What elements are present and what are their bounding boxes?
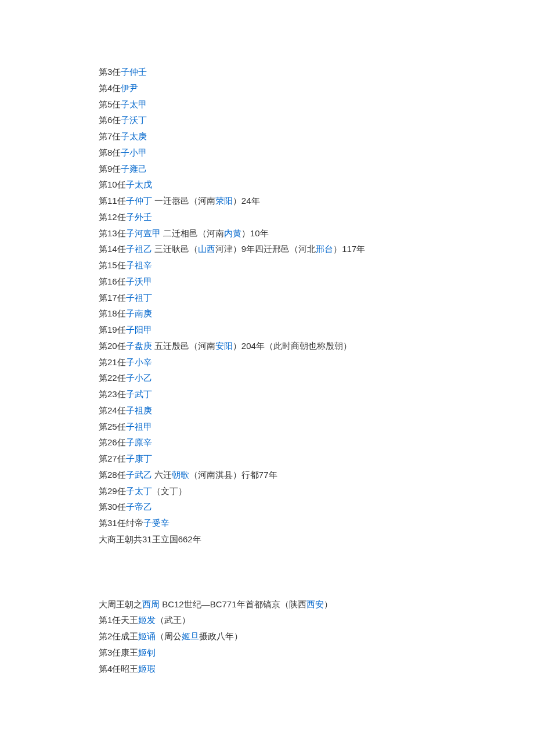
shang-row-24-prefix: 第27任 (99, 453, 126, 463)
shang-row-7: 第10任子太戊 (99, 177, 435, 193)
shang-row-2-prefix: 第5任 (99, 99, 121, 109)
shang-row-23-link[interactable]: 子廪辛 (126, 437, 152, 447)
zhou-row-0-link[interactable]: 姬发 (138, 615, 156, 625)
shang-row-21: 第24任子祖庚 (99, 402, 435, 419)
shang-row-28: 第31任纣帝子受辛 (99, 515, 435, 531)
shang-row-24: 第27任子康丁 (99, 451, 435, 467)
shang-row-13-prefix: 第16任 (99, 276, 126, 286)
zhou-header-post: ） (324, 599, 333, 609)
shang-row-26-link[interactable]: 子太丁 (126, 486, 152, 496)
shang-row-26: 第29任子太丁（文丁） (99, 483, 435, 499)
shang-row-13-link[interactable]: 子沃甲 (126, 276, 152, 286)
zhou-row-0-prefix: 第1任天王 (99, 615, 138, 625)
shang-row-11-part-text-2: 河津）9年四迁邢邑（河北 (215, 244, 316, 254)
shang-row-5-prefix: 第8任 (99, 147, 121, 157)
shang-row-1-prefix: 第4任 (99, 83, 121, 93)
zhou-row-3-prefix: 第4任昭王 (99, 664, 138, 674)
shang-row-27-link[interactable]: 子帝乙 (126, 502, 152, 512)
shang-row-11: 第14任子祖乙 三迁耿邑（山西河津）9年四迁邢邑（河北邢台）117年 (99, 241, 435, 257)
shang-row-17-link[interactable]: 子盘庚 (126, 341, 152, 351)
shang-row-10: 第13任子河亶甲 二迁相邑（河南内黄）10年 (99, 225, 435, 242)
shang-row-5-link[interactable]: 子小甲 (121, 147, 147, 157)
shang-row-27-prefix: 第30任 (99, 502, 126, 512)
zhou-header-link-1[interactable]: 西周 (142, 599, 160, 609)
shang-row-3-link[interactable]: 子沃丁 (121, 115, 147, 125)
shang-row-8-part-text-2: ）24年 (233, 196, 260, 206)
shang-row-7-link[interactable]: 子太戊 (126, 179, 152, 189)
shang-row-0: 第3任子仲壬 (99, 64, 435, 80)
shang-row-24-link[interactable]: 子康丁 (126, 453, 152, 463)
shang-row-6-prefix: 第9任 (99, 164, 121, 174)
zhou-header-mid: BC12世纪—BC771年首都镐京（陕西 (160, 599, 306, 609)
shang-row-3: 第6任子沃丁 (99, 112, 435, 128)
shang-summary: 大商王朝共31王立国662年 (99, 531, 435, 548)
shang-row-2-link[interactable]: 子太甲 (121, 99, 147, 109)
shang-row-22: 第25任子祖甲 (99, 419, 435, 435)
zhou-row-0: 第1任天王姬发（武王） (99, 612, 435, 628)
zhou-header-link-2[interactable]: 西安 (306, 599, 324, 609)
shang-row-28-link[interactable]: 子受辛 (143, 518, 169, 528)
shang-row-2: 第5任子太甲 (99, 96, 435, 113)
shang-row-4-link[interactable]: 子太庚 (121, 131, 147, 141)
zhou-row-3-link[interactable]: 姬瑕 (138, 664, 156, 674)
zhou-row-1-part-text-0: （周公 (156, 631, 182, 641)
shang-row-21-prefix: 第24任 (99, 405, 126, 415)
shang-row-9-link[interactable]: 子外壬 (126, 212, 152, 222)
shang-row-10-link[interactable]: 子河亶甲 (126, 228, 161, 238)
shang-row-25: 第28任子武乙 六迁朝歌（河南淇县）行都77年 (99, 467, 435, 483)
shang-row-10-part-link-1[interactable]: 内黄 (224, 228, 241, 238)
shang-row-16: 第19任子阳甲 (99, 322, 435, 338)
shang-row-6-link[interactable]: 子雍己 (121, 164, 147, 174)
shang-row-16-link[interactable]: 子阳甲 (126, 325, 152, 334)
shang-row-17-part-text-2: ）204年（此时商朝也称殷朝） (233, 341, 352, 351)
shang-row-0-prefix: 第3任 (99, 67, 121, 77)
shang-row-18: 第21任子小辛 (99, 354, 435, 370)
shang-row-9: 第12任子外壬 (99, 209, 435, 225)
shang-row-25-part-link-1[interactable]: 朝歌 (172, 470, 189, 480)
shang-row-18-link[interactable]: 子小辛 (126, 357, 152, 367)
zhou-row-1-link[interactable]: 姬诵 (138, 631, 156, 641)
shang-row-21-link[interactable]: 子祖庚 (126, 405, 152, 415)
shang-row-19-link[interactable]: 子小乙 (126, 373, 152, 383)
shang-row-4: 第7任子太庚 (99, 128, 435, 145)
shang-row-8-part-link-1[interactable]: 荥阳 (215, 196, 233, 206)
zhou-row-1-part-link-1[interactable]: 姬旦 (182, 631, 199, 641)
shang-row-11-part-text-0: 三迁耿邑（ (152, 244, 198, 254)
shang-row-8-part-text-0: 一迁嚣邑（河南 (152, 196, 215, 206)
shang-row-19-prefix: 第22任 (99, 373, 126, 383)
shang-row-15-link[interactable]: 子南庚 (126, 308, 152, 318)
shang-row-18-prefix: 第21任 (99, 357, 126, 367)
shang-row-0-link[interactable]: 子仲壬 (121, 67, 147, 77)
shang-row-11-part-link-3[interactable]: 邢台 (316, 244, 333, 254)
shang-row-7-prefix: 第10任 (99, 179, 126, 189)
shang-row-23-prefix: 第26任 (99, 437, 126, 447)
shang-row-11-part-link-1[interactable]: 山西 (198, 244, 215, 254)
shang-row-27: 第30任子帝乙 (99, 499, 435, 515)
shang-row-4-prefix: 第7任 (99, 131, 121, 141)
shang-row-11-prefix: 第14任 (99, 244, 126, 254)
shang-row-11-link[interactable]: 子祖乙 (126, 244, 152, 254)
shang-row-22-prefix: 第25任 (99, 422, 126, 431)
shang-row-25-link[interactable]: 子武乙 (126, 470, 152, 480)
shang-row-22-link[interactable]: 子祖甲 (126, 422, 152, 431)
zhou-header: 大周王朝之西周 BC12世纪—BC771年首都镐京（陕西西安） (99, 596, 435, 613)
shang-row-12-link[interactable]: 子祖辛 (126, 260, 152, 270)
shang-row-14-prefix: 第17任 (99, 293, 126, 303)
shang-row-11-part-text-4: ）117年 (333, 244, 365, 254)
shang-row-8-link[interactable]: 子仲丁 (126, 196, 152, 206)
shang-row-1-link[interactable]: 伊尹 (121, 83, 138, 93)
shang-row-5: 第8任子小甲 (99, 145, 435, 161)
shang-row-14-link[interactable]: 子祖丁 (126, 293, 152, 303)
shang-row-16-prefix: 第19任 (99, 325, 126, 334)
zhou-row-3: 第4任昭王姬瑕 (99, 661, 435, 677)
shang-row-12-prefix: 第15任 (99, 260, 126, 270)
shang-row-17-part-link-1[interactable]: 安阳 (215, 341, 233, 351)
shang-row-19: 第22任子小乙 (99, 370, 435, 386)
shang-row-20-prefix: 第23任 (99, 389, 126, 399)
shang-row-20-link[interactable]: 子武丁 (126, 389, 152, 399)
shang-row-13: 第16任子沃甲 (99, 273, 435, 290)
zhou-header-pre: 大周王朝之 (99, 599, 142, 609)
shang-row-25-part-text-2: （河南淇县）行都77年 (189, 470, 277, 480)
zhou-row-2-link[interactable]: 姬钊 (138, 647, 156, 657)
shang-row-17-part-text-0: 五迁殷邑（河南 (152, 341, 215, 351)
